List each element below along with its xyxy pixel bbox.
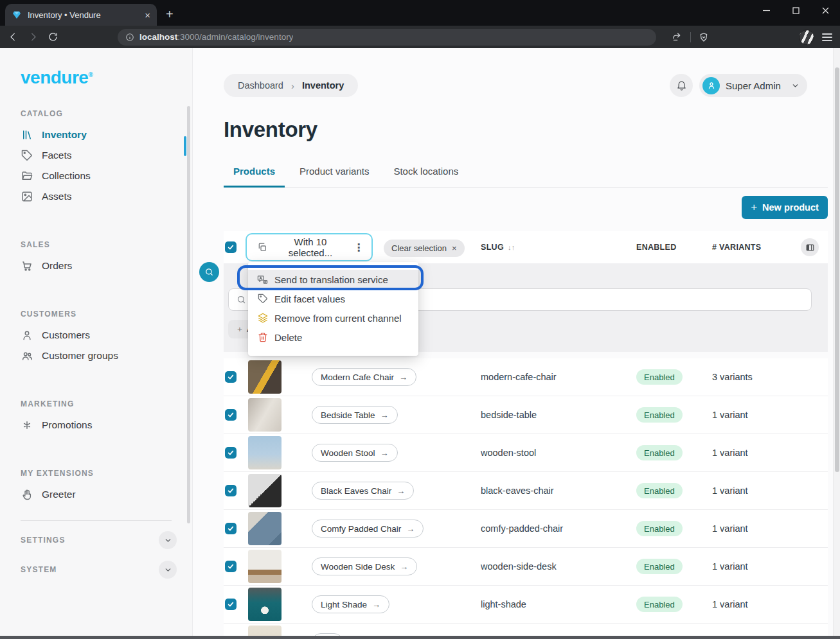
sidebar-item-customers[interactable]: Customers: [21, 325, 177, 346]
site-info-icon[interactable]: [125, 33, 134, 42]
product-slug: light-shade: [481, 599, 636, 609]
product-name-link[interactable]: Wooden Stool→: [312, 444, 398, 462]
forward-button[interactable]: [28, 31, 39, 42]
browser-menu-icon[interactable]: [822, 33, 832, 41]
menu-item-send-to-translation[interactable]: Send to translation service: [248, 270, 418, 289]
breadcrumb-current: Inventory: [302, 80, 344, 91]
browser-tab[interactable]: Inventory • Vendure ×: [5, 4, 157, 26]
sidebar-nav: CATALOG Inventory Facets Collections Ass…: [0, 88, 192, 580]
column-header-slug[interactable]: SLUG↓↑: [481, 243, 636, 252]
cart-icon: [21, 260, 33, 272]
table-row[interactable]: Bedside Table→ bedside-table Enabled 1 v…: [224, 396, 828, 434]
back-button[interactable]: [8, 31, 19, 42]
table-row[interactable]: Modern Cafe Chair→ modern-cafe-chair Ena…: [224, 358, 828, 396]
product-name-link[interactable]: Light Shade→: [312, 595, 389, 613]
variant-count: 1 variant: [712, 561, 828, 572]
column-settings-button[interactable]: [801, 238, 819, 256]
column-header-enabled[interactable]: ENABLED: [636, 243, 712, 252]
product-name-link[interactable]: Wooden Side Desk→: [312, 557, 417, 575]
product-name-link[interactable]: Black Eaves Chair→: [312, 482, 414, 500]
section-label: MARKETING: [21, 399, 177, 408]
breadcrumb[interactable]: Dashboard › Inventory: [224, 74, 358, 97]
variant-count: 1 variant: [712, 410, 828, 420]
users-icon: [21, 350, 33, 362]
user-avatar: [702, 77, 720, 94]
row-checkbox[interactable]: [225, 561, 237, 572]
browser-tabstrip: Inventory • Vendure × +: [0, 0, 840, 26]
vendure-favicon: [12, 10, 22, 20]
sort-icon[interactable]: ↓↑: [508, 243, 515, 251]
section-label: CATALOG: [21, 109, 177, 118]
sidebar-item-promotions[interactable]: Promotions: [21, 415, 177, 435]
table-row[interactable]: Wooden Side Desk→ wooden-side-desk Enabl…: [224, 548, 828, 586]
sidebar-item-assets[interactable]: Assets: [21, 186, 177, 207]
bell-icon: [676, 80, 687, 91]
scrollbar-thumb[interactable]: [835, 67, 839, 472]
product-name-link[interactable]: Comfy Padded Chair→: [312, 520, 424, 538]
quick-search-button[interactable]: [199, 262, 219, 282]
row-checkbox[interactable]: [225, 447, 237, 459]
copy-icon: [257, 242, 267, 252]
table-row[interactable]: →: [224, 624, 828, 636]
tab-product-variants[interactable]: Product variants: [290, 164, 379, 187]
row-checkbox[interactable]: [225, 599, 237, 610]
product-name-link[interactable]: Modern Cafe Chair→: [312, 368, 416, 386]
select-all-checkbox[interactable]: [225, 241, 237, 253]
brave-shield-icon[interactable]: [699, 32, 709, 42]
product-name-link[interactable]: Bedside Table→: [312, 406, 398, 424]
table-header-row: SLUG↓↑ ENABLED # VARIANTS With 10 select…: [224, 231, 828, 263]
menu-item-delete[interactable]: Delete: [248, 328, 418, 347]
window-minimize-button[interactable]: [751, 0, 781, 21]
table-row[interactable]: Black Eaves Chair→ black-eaves-chair Ena…: [224, 472, 828, 510]
bulk-actions-button[interactable]: With 10 selected... ⋮: [246, 233, 373, 261]
browser-toolbar: localhost:3000/admin/catalog/inventory: [0, 26, 840, 48]
menu-item-edit-facet-values[interactable]: Edit facet values: [248, 289, 418, 308]
product-image: [248, 398, 281, 432]
sidebar-item-greeter[interactable]: Greeter: [21, 484, 177, 505]
product-slug: wooden-stool: [481, 448, 636, 458]
table-row[interactable]: Comfy Padded Chair→ comfy-padded-chair E…: [224, 510, 828, 548]
breadcrumb-parent[interactable]: Dashboard: [238, 80, 283, 91]
chevron-right-icon: ›: [291, 80, 294, 91]
sidebar-item-orders[interactable]: Orders: [21, 256, 177, 276]
sidebar-item-collections[interactable]: Collections: [21, 166, 177, 186]
url-bar[interactable]: localhost:3000/admin/catalog/inventory: [118, 29, 656, 46]
status-badge: Enabled: [636, 483, 683, 498]
table-row[interactable]: Wooden Stool→ wooden-stool Enabled 1 var…: [224, 434, 828, 472]
sidebar-section-settings[interactable]: SETTINGS: [21, 530, 177, 550]
tab-products[interactable]: Products: [224, 164, 285, 188]
sidebar-section-system[interactable]: SYSTEM: [21, 559, 177, 580]
product-slug: black-eaves-chair: [481, 486, 636, 496]
sidebar-item-inventory[interactable]: Inventory: [21, 125, 177, 145]
table-row[interactable]: Light Shade→ light-shade Enabled 1 varia…: [224, 586, 828, 624]
row-checkbox[interactable]: [225, 371, 237, 383]
chevron-down-icon[interactable]: [159, 531, 177, 549]
tab-close-icon[interactable]: ×: [145, 10, 150, 21]
new-product-button[interactable]: + New product: [742, 196, 828, 219]
window-maximize-button[interactable]: [781, 0, 810, 21]
url-text: localhost:3000/admin/catalog/inventory: [139, 32, 293, 42]
sidebar-item-facets[interactable]: Facets: [21, 145, 177, 166]
clear-selection-button[interactable]: Clear selection ×: [384, 240, 465, 257]
sidebar-item-label: Facets: [42, 150, 72, 161]
browser-profile-avatar[interactable]: [799, 30, 814, 45]
window-close-button[interactable]: [810, 0, 840, 21]
menu-item-remove-from-channel[interactable]: Remove from current channel: [248, 308, 418, 328]
reload-button[interactable]: [48, 31, 58, 42]
notifications-button[interactable]: [670, 74, 693, 97]
bulk-actions-menu: Send to translation service Edit facet v…: [248, 262, 418, 356]
tab-stock-locations[interactable]: Stock locations: [384, 164, 468, 187]
row-checkbox[interactable]: [225, 485, 237, 496]
new-tab-button[interactable]: +: [166, 8, 174, 21]
product-image: [248, 360, 281, 394]
row-checkbox[interactable]: [225, 409, 237, 421]
share-icon[interactable]: [672, 31, 683, 42]
folder-icon: [21, 170, 33, 182]
search-icon: [204, 267, 214, 277]
page-scrollbar[interactable]: [833, 48, 840, 636]
sidebar-item-customer-groups[interactable]: Customer groups: [21, 346, 177, 366]
sidebar-scrollbar[interactable]: [187, 106, 190, 523]
user-menu[interactable]: Super Admin: [699, 74, 807, 97]
chevron-down-icon[interactable]: [159, 561, 177, 579]
row-checkbox[interactable]: [225, 523, 237, 534]
